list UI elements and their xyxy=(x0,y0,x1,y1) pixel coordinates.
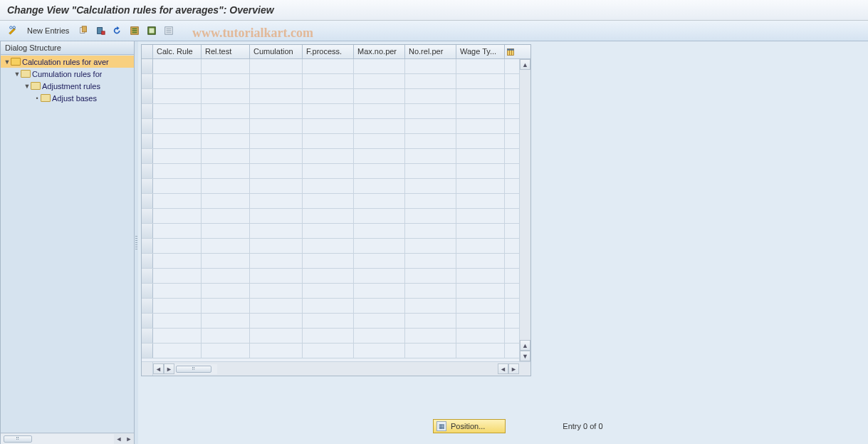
table-row[interactable] xyxy=(142,164,530,179)
table-cell[interactable] xyxy=(354,254,405,268)
table-cell[interactable] xyxy=(250,164,303,178)
row-selector[interactable] xyxy=(142,209,153,223)
row-selector[interactable] xyxy=(142,314,153,328)
table-cell[interactable] xyxy=(354,194,405,208)
table-configure-button[interactable] xyxy=(505,45,516,58)
table-cell[interactable] xyxy=(202,179,250,193)
table-row[interactable] xyxy=(142,104,530,119)
table-cell[interactable] xyxy=(456,164,505,178)
row-selector[interactable] xyxy=(142,59,153,73)
table-cell[interactable] xyxy=(456,149,505,163)
table-cell[interactable] xyxy=(250,269,303,283)
table-cell[interactable] xyxy=(354,269,405,283)
table-cell[interactable] xyxy=(250,59,303,73)
deselect-all-button[interactable] xyxy=(162,24,176,38)
table-cell[interactable] xyxy=(303,149,354,163)
table-cell[interactable] xyxy=(202,104,250,118)
table-cell[interactable] xyxy=(202,119,250,133)
select-block-button[interactable] xyxy=(145,24,159,38)
table-cell[interactable] xyxy=(456,59,505,73)
table-cell[interactable] xyxy=(303,119,354,133)
tree-expander-icon[interactable]: ▼ xyxy=(23,83,31,90)
new-entries-button[interactable]: New Entries xyxy=(23,26,73,35)
table-cell[interactable] xyxy=(202,134,250,148)
table-cell[interactable] xyxy=(303,344,354,358)
table-cell[interactable] xyxy=(153,314,202,328)
table-cell[interactable] xyxy=(303,284,354,298)
table-cell[interactable] xyxy=(153,59,202,73)
table-cell[interactable] xyxy=(456,254,505,268)
table-cell[interactable] xyxy=(456,314,505,328)
table-cell[interactable] xyxy=(153,104,202,118)
table-cell[interactable] xyxy=(354,134,405,148)
row-selector[interactable] xyxy=(142,269,153,283)
table-cell[interactable] xyxy=(354,344,405,358)
table-cell[interactable] xyxy=(250,209,303,223)
tree-expander-icon[interactable]: • xyxy=(33,95,41,102)
table-vertical-scrollbar[interactable]: ▲ ▲ ▼ xyxy=(519,59,530,361)
table-row[interactable] xyxy=(142,344,530,358)
table-cell[interactable] xyxy=(250,89,303,103)
tree-node[interactable]: •Adjust bases xyxy=(1,92,134,104)
table-cell[interactable] xyxy=(250,194,303,208)
table-cell[interactable] xyxy=(303,59,354,73)
table-cell[interactable] xyxy=(354,149,405,163)
table-cell[interactable] xyxy=(405,164,456,178)
table-cell[interactable] xyxy=(303,314,354,328)
table-row[interactable] xyxy=(142,149,530,164)
column-header[interactable]: F.process. xyxy=(303,45,354,58)
scroll-right-icon[interactable]: ► xyxy=(164,363,174,374)
table-cell[interactable] xyxy=(250,74,303,88)
row-selector[interactable] xyxy=(142,254,153,268)
table-cell[interactable] xyxy=(153,299,202,313)
table-cell[interactable] xyxy=(303,179,354,193)
row-selector[interactable] xyxy=(142,344,153,358)
table-cell[interactable] xyxy=(405,89,456,103)
table-row[interactable] xyxy=(142,299,530,314)
table-cell[interactable] xyxy=(405,224,456,238)
table-row[interactable] xyxy=(142,269,530,284)
table-cell[interactable] xyxy=(202,164,250,178)
table-cell[interactable] xyxy=(153,179,202,193)
table-cell[interactable] xyxy=(153,329,202,343)
table-row[interactable] xyxy=(142,254,530,269)
table-cell[interactable] xyxy=(456,299,505,313)
row-selector[interactable] xyxy=(142,179,153,193)
table-cell[interactable] xyxy=(250,284,303,298)
table-cell[interactable] xyxy=(405,134,456,148)
table-cell[interactable] xyxy=(202,239,250,253)
table-cell[interactable] xyxy=(405,194,456,208)
toggle-display-change-button[interactable] xyxy=(6,24,20,38)
table-cell[interactable] xyxy=(250,329,303,343)
table-cell[interactable] xyxy=(153,224,202,238)
row-selector[interactable] xyxy=(142,89,153,103)
sidebar-horizontal-scrollbar[interactable]: ⠿ ◄ ► xyxy=(1,433,134,444)
table-cell[interactable] xyxy=(456,89,505,103)
column-header[interactable]: Max.no.per xyxy=(354,45,405,58)
table-cell[interactable] xyxy=(153,149,202,163)
table-cell[interactable] xyxy=(202,329,250,343)
table-cell[interactable] xyxy=(202,59,250,73)
table-cell[interactable] xyxy=(153,269,202,283)
tree-node[interactable]: ▼Calculation rules for aver xyxy=(1,56,134,68)
tree-expander-icon[interactable]: ▼ xyxy=(4,58,11,66)
delete-button[interactable] xyxy=(93,24,108,38)
table-cell[interactable] xyxy=(153,134,202,148)
column-header[interactable]: Cumulation xyxy=(250,45,303,58)
table-cell[interactable] xyxy=(202,74,250,88)
column-header[interactable]: Wage Ty... xyxy=(456,45,505,58)
table-row[interactable] xyxy=(142,194,530,209)
table-cell[interactable] xyxy=(250,314,303,328)
table-row[interactable] xyxy=(142,329,530,344)
table-row[interactable] xyxy=(142,134,530,149)
table-cell[interactable] xyxy=(202,194,250,208)
table-cell[interactable] xyxy=(303,89,354,103)
scroll-right-icon[interactable]: ► xyxy=(508,363,519,374)
table-cell[interactable] xyxy=(202,344,250,358)
table-cell[interactable] xyxy=(456,104,505,118)
table-cell[interactable] xyxy=(354,314,405,328)
row-selector[interactable] xyxy=(142,329,153,343)
table-cell[interactable] xyxy=(456,269,505,283)
table-cell[interactable] xyxy=(354,299,405,313)
scrollbar-thumb[interactable]: ⠿ xyxy=(4,435,32,443)
